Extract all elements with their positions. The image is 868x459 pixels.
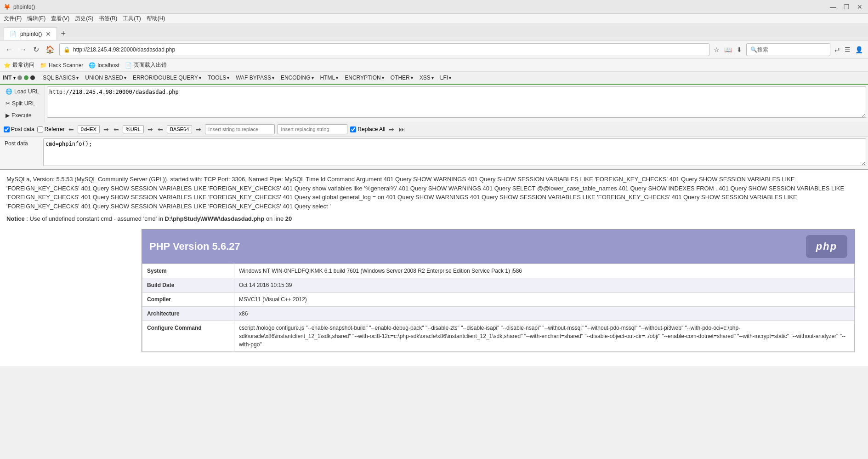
menu-tools[interactable]: TOOLS <box>204 73 233 82</box>
close-button[interactable]: ✕ <box>855 3 864 11</box>
menu-icon[interactable]: ☰ <box>843 46 852 53</box>
encode-0x-button[interactable]: 0xHEX <box>78 125 100 133</box>
table-key-cell: Build Date <box>142 278 234 292</box>
right-arrow-replace[interactable]: ➡ <box>388 126 395 133</box>
post-data-section-label: Post data <box>0 137 41 169</box>
back-button[interactable]: ← <box>4 45 15 55</box>
new-tab-button[interactable]: + <box>57 27 69 40</box>
menu-bookmarks[interactable]: 书签(B) <box>99 15 117 23</box>
reload-button[interactable]: ↻ <box>31 44 41 55</box>
menu-lfi[interactable]: LFI <box>437 73 454 82</box>
download-icon[interactable]: ⬇ <box>735 46 743 53</box>
home-button[interactable]: 🏠 <box>44 44 57 55</box>
url-textarea[interactable]: http://218.245.4.98:20000/dasdasdad.php <box>47 86 866 118</box>
menu-view[interactable]: 查看(V) <box>51 15 69 23</box>
maximize-button[interactable]: ❐ <box>842 3 851 11</box>
dot-black-icon <box>30 75 35 80</box>
post-data-checkbox-label[interactable]: Post data <box>4 126 34 132</box>
forward-button[interactable]: → <box>17 45 28 55</box>
bookmark-page-error[interactable]: 📄 页面载入出错 <box>125 61 167 69</box>
right-arrow-0x[interactable]: ➡ <box>102 126 110 133</box>
titlebar: 🦊 phpinfo() — ❐ ✕ <box>0 0 868 14</box>
replace-all-checkbox-label[interactable]: Replace All <box>350 126 385 132</box>
table-key-cell: Compiler <box>142 292 234 306</box>
int-label: INT <box>3 75 11 81</box>
double-right-arrow[interactable]: ⏭ <box>398 126 406 133</box>
table-key-cell: System <box>142 264 234 278</box>
reader-icon[interactable]: 📖 <box>723 46 733 53</box>
post-data-checkbox[interactable] <box>4 126 10 132</box>
notice-line-num: 20 <box>285 215 292 222</box>
post-data-input-area: cmd=phpinfo(); <box>41 137 868 169</box>
insert-replacing-input[interactable] <box>278 124 347 134</box>
menu-html[interactable]: HTML <box>317 73 342 82</box>
tab-close-button[interactable]: ✕ <box>45 30 51 38</box>
menu-history[interactable]: 历史(S) <box>75 15 93 23</box>
menu-other[interactable]: OTHER <box>387 73 416 82</box>
encode-base64-button[interactable]: BASE64 <box>167 125 193 133</box>
post-data-textarea[interactable]: cmd=phpinfo(); <box>43 138 866 166</box>
menu-tools[interactable]: 工具(T) <box>123 15 141 23</box>
dot-green-icon <box>24 75 28 80</box>
insert-replace-input[interactable] <box>205 124 275 134</box>
menu-waf-bypass[interactable]: WAF BYPASS <box>233 73 278 82</box>
split-url-button[interactable]: ✂ Split URL <box>3 98 42 109</box>
menu-error-double-query[interactable]: ERROR/DOUBLE QUERY <box>130 73 204 82</box>
table-key-cell: Configure Command <box>142 321 234 351</box>
search-wrap: 🔍 <box>746 43 830 56</box>
referrer-checkbox[interactable] <box>37 126 43 132</box>
tab-label: phpinfo() <box>20 31 42 37</box>
dot-gray-icon <box>17 75 22 80</box>
left-arrow-0x[interactable]: ⬅ <box>68 126 75 133</box>
menu-encryption[interactable]: ENCRYPTION <box>341 73 387 82</box>
titlebar-title: phpinfo() <box>13 4 35 10</box>
phpinfo-panel: PHP Version 5.6.27 php SystemWindows NT … <box>142 229 855 352</box>
encode-url-button[interactable]: %URL <box>123 125 144 133</box>
menu-help[interactable]: 帮助(H) <box>147 15 165 23</box>
addressbar: ← → ↻ 🏠 🔒 ☆ 📖 ⬇ 🔍 ⇄ ☰ 👤 <box>0 40 868 59</box>
menu-xss[interactable]: XSS <box>416 73 437 82</box>
execute-button[interactable]: ▶ Execute <box>3 110 42 120</box>
left-arrow-b64[interactable]: ⬅ <box>157 126 164 133</box>
menu-encoding[interactable]: ENCODING <box>278 73 317 82</box>
split-url-label: Split URL <box>12 100 35 107</box>
left-arrow-url[interactable]: ⬅ <box>113 126 120 133</box>
bookmark-localhost[interactable]: 🌐 localhost <box>89 62 119 69</box>
lock-icon: 🔒 <box>63 46 70 53</box>
post-data-label: Post data <box>11 126 34 132</box>
menubar: 文件(F) 编辑(E) 查看(V) 历史(S) 书签(B) 工具(T) 帮助(H… <box>0 14 868 24</box>
search-input[interactable] <box>757 46 826 53</box>
sync-icon[interactable]: ⇄ <box>833 46 841 53</box>
hack-toolbar-left: INT ▾ <box>3 75 35 81</box>
table-row: SystemWindows NT WIN-0NFLDFQIKMK 6.1 bui… <box>142 264 855 278</box>
menu-sql-basics[interactable]: SQL BASICS <box>40 73 82 82</box>
right-arrow-url[interactable]: ➡ <box>147 126 154 133</box>
url-section: 🌐 Load URL ✂ Split URL ▶ Execute http://… <box>0 85 868 122</box>
url-input[interactable] <box>73 46 705 53</box>
menu-file[interactable]: 文件(F) <box>4 15 22 23</box>
replace-all-checkbox[interactable] <box>350 126 356 132</box>
profile-icon[interactable]: 👤 <box>854 46 864 53</box>
addr-icons: ☆ 📖 ⬇ <box>712 46 743 53</box>
star-icon: ⭐ <box>4 62 11 69</box>
notice-label: Notice <box>6 215 25 222</box>
bookmark-star-icon[interactable]: ☆ <box>712 46 721 53</box>
bookmark-most-visited[interactable]: ⭐ 最常访问 <box>4 61 34 69</box>
options-bar: Post data Referrer ⬅ 0xHEX ➡ ⬅ %URL ➡ ⬅ … <box>0 122 868 137</box>
titlebar-left: 🦊 phpinfo() <box>4 4 35 10</box>
referrer-checkbox-label[interactable]: Referrer <box>37 126 65 132</box>
bookmark-hack-scanner[interactable]: 📁 Hack Scanner <box>40 62 83 69</box>
bookmark-label: Hack Scanner <box>49 62 83 69</box>
arrow-down-icon[interactable]: ▾ <box>13 75 16 80</box>
table-row: Architecturex86 <box>142 306 855 321</box>
load-url-button[interactable]: 🌐 Load URL <box>3 86 42 97</box>
minimize-button[interactable]: — <box>828 3 838 11</box>
menu-edit[interactable]: 编辑(E) <box>27 15 45 23</box>
menu-union-based[interactable]: UNION BASED <box>82 73 130 82</box>
right-arrow-b64[interactable]: ➡ <box>195 126 202 133</box>
split-url-icon: ✂ <box>6 100 10 107</box>
hack-toolbar: INT ▾ SQL BASICS UNION BASED ERROR/DOUBL… <box>0 72 868 85</box>
page-icon: 📄 <box>125 62 132 69</box>
tab-phpinfo[interactable]: 📄 phpinfo() ✕ <box>4 27 57 40</box>
table-value-cell: cscript /nologo configure.js "--enable-s… <box>234 321 855 351</box>
